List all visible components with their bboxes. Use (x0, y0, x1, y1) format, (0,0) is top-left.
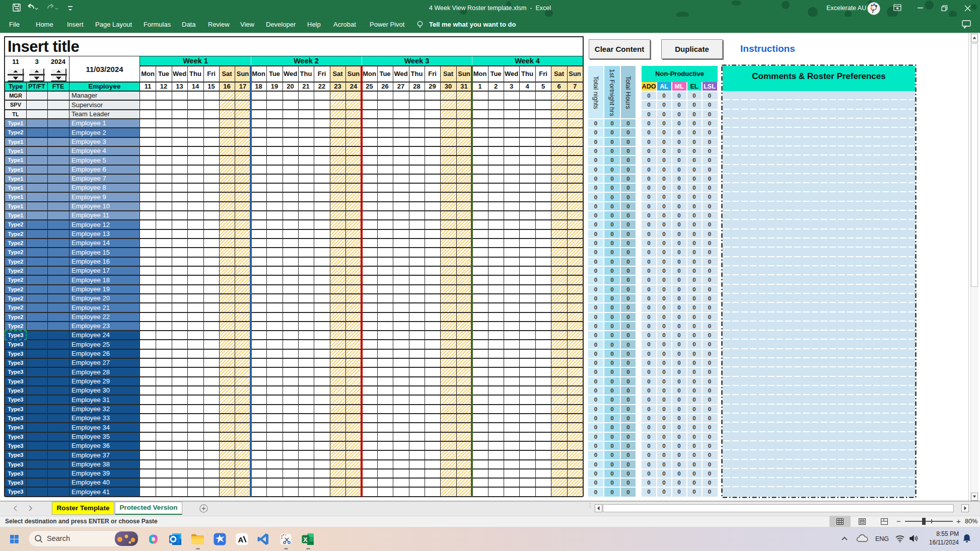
svg-text:A: A (238, 535, 244, 544)
svg-text:X: X (303, 536, 308, 543)
